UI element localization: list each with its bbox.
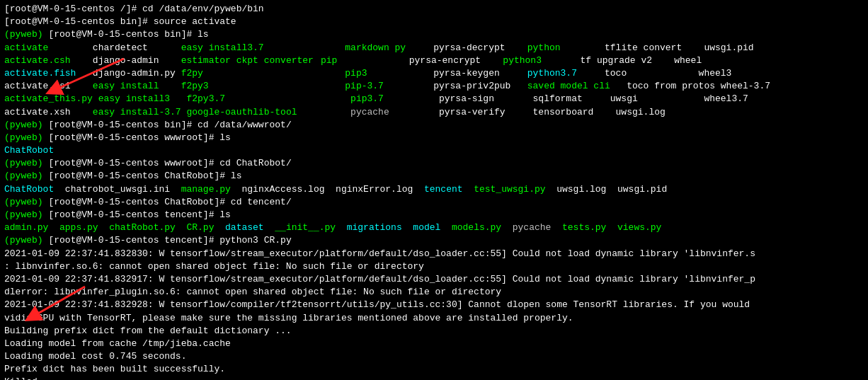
line-python3-cr: (pyweb) [root@VM-0-15-centos tencent]# p…: [4, 234, 864, 247]
ls-tencent-row: admin.py apps.py chatRobot.py CR.py data…: [4, 221, 864, 234]
warn-1: 2021-01-09 22:37:41.832830: W tensorflow…: [4, 248, 864, 260]
ls-row-6: activate.xsh easy install-3.7 google-oau…: [4, 106, 864, 119]
line-2: [root@VM-0-15-centos bin]# source activa…: [4, 16, 864, 28]
loading-model: Loading model from cache /tmp/jieba.cach…: [4, 338, 864, 350]
killed: Killed: [4, 376, 864, 380]
warn-4: dlerror: libnvinfer_plugin.so.6: cannot …: [4, 286, 864, 299]
loading-cost: Loading model cost 0.745 seconds.: [4, 350, 864, 363]
line-3: (pyweb) [root@VM-0-15-centos bin]# ls: [4, 28, 864, 41]
line-ls-tencent: (pyweb) [root@VM-0-15-centos tencent]# l…: [4, 209, 864, 221]
warn-6: vidia GPU with TensorRT, please make sur…: [4, 312, 864, 325]
ls-row-1: activate chardetect easy install3.7 mark…: [4, 42, 864, 54]
terminal: [root@VM-0-15-centos /]# cd /data/env/py…: [4, 3, 864, 380]
ls-row-2: activate.csh django-admin estimator ckpt…: [4, 54, 864, 67]
line-cd-chatrobot: (pyweb) [root@VM-0-15-centos wwwroot]# c…: [4, 157, 864, 170]
ls-chatrobot-row: ChatRobot chatrobot_uwsgi.ini manage.py …: [4, 183, 864, 196]
ls-row-4: activate.ps1 easy install f2py3 pip-3.7 …: [4, 80, 864, 93]
chatrobot-dir: ChatRobot: [4, 144, 864, 157]
line-cd-tencent: (pyweb) [root@VM-0-15-centos ChatRobot]#…: [4, 196, 864, 209]
line-ls-chatrobot: (pyweb) [root@VM-0-15-centos ChatRobot]#…: [4, 170, 864, 183]
ls-row-3: activate.fish django-admin.py f2py pip3 …: [4, 67, 864, 80]
line-1: [root@VM-0-15-centos /]# cd /data/env/py…: [4, 3, 864, 16]
ls-row-5: activate_this.py easy install3 f2py3.7 p…: [4, 93, 864, 105]
prefix-built: Prefix dict has been built successfully.: [4, 363, 864, 376]
warn-5: 2021-01-09 22:37:41.832928: W tensorflow…: [4, 299, 864, 311]
line-ls-wwwroot: (pyweb) [root@VM-0-15-centos wwwroot]# l…: [4, 132, 864, 144]
warn-2: : libnvinfer.so.6: cannot open shared ob…: [4, 260, 864, 273]
line-cd-wwwroot: (pyweb) [root@VM-0-15-centos bin]# cd /d…: [4, 119, 864, 132]
building-prefix: Building prefix dict from the default di…: [4, 325, 864, 338]
warn-3: 2021-01-09 22:37:41.832917: W tensorflow…: [4, 273, 864, 286]
